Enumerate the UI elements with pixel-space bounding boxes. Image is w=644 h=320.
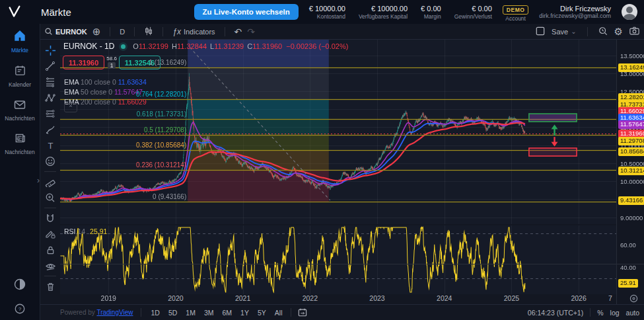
account-stats: € 10000.00Kontostand€ 10000.00Verfügbare…: [309, 5, 492, 20]
drawing-mode-lock-icon[interactable]: [42, 226, 58, 242]
quick-search-icon[interactable]: [598, 26, 608, 37]
compare-add-icon[interactable]: ⊕: [92, 26, 101, 36]
magnet-tool-icon[interactable]: [42, 210, 58, 226]
brush-tool-icon[interactable]: [42, 122, 58, 138]
range-button-3m[interactable]: 3M: [204, 309, 214, 317]
auto-scale-button[interactable]: auto: [626, 309, 639, 317]
symbol-legend: EURNOK - 1DO11.32199H11.32844L11.31239C1…: [63, 42, 348, 51]
goto-date-icon[interactable]: [298, 308, 307, 317]
sidebar-item-nachrichten-2[interactable]: Nachrichten: [0, 93, 40, 127]
stat-value: € 10000.00: [309, 5, 345, 13]
tradingview-link[interactable]: TradingView: [96, 309, 133, 316]
range-button-6m[interactable]: 6M: [223, 309, 233, 317]
legend-symbol-title[interactable]: EURNOK - 1D: [63, 42, 114, 51]
time-axis-year: 2020: [168, 294, 183, 302]
range-button-1y[interactable]: 1Y: [240, 309, 249, 317]
stat-label: Gewinn/Verlust: [454, 13, 492, 20]
rsi-pane-canvas[interactable]: [60, 225, 616, 294]
fib-level-label: 1 (13.16249): [149, 59, 187, 66]
trade-buttons: 11.31960 58.6 1 11.32546: [63, 56, 161, 69]
price-tick: 13.50000: [620, 52, 644, 60]
top-bar: Märkte Zu Live-Konto wechseln € 10000.00…: [0, 0, 644, 24]
chart-type-icon[interactable]: [144, 26, 153, 37]
price-axis[interactable]: 13.5000013.0000012.5000012.0000011.50000…: [616, 40, 644, 304]
layout-select-icon[interactable]: [536, 26, 545, 37]
price-tick: 9.00000: [620, 214, 643, 221]
text-tool-icon[interactable]: T: [42, 138, 58, 153]
chevron-down-icon: ⌄: [571, 28, 576, 35]
stat-label: Verfügbares Kapital: [359, 13, 408, 20]
page-title: Märkte: [41, 7, 71, 18]
theme-toggle-icon[interactable]: [13, 278, 26, 294]
svg-text:?: ?: [18, 306, 22, 312]
broker-logo-icon[interactable]: [0, 5, 29, 19]
sidebar-item-nachrichten-3[interactable]: Nachrichten: [0, 127, 40, 161]
sidebar-item-label: Märkte: [11, 47, 28, 54]
sidebar-item-label: Nachrichten: [5, 115, 34, 122]
range-button-all[interactable]: All: [275, 309, 283, 317]
user-info: Dirk Friczewsky dirk.friczewsky@gmail.co…: [539, 5, 611, 19]
ema-legend-row-50: EMA 50 close 0 11.57647: [64, 88, 143, 96]
chart-toolbar: EURNOK ⊕ D ƒx Indicators ↶ ↷: [40, 24, 644, 40]
symbol-search[interactable]: EURNOK: [44, 27, 87, 36]
time-axis-extra-label: 7: [608, 294, 612, 302]
legend-collapse-button[interactable]: ⌃: [64, 103, 77, 112]
fib-level-label: 0.5 (11.29708): [144, 126, 186, 134]
range-buttons: 1D5D1M3M6M1Y5YAll: [151, 309, 282, 317]
chart-body: T EURNOK - 1DO11.32199H: [40, 40, 644, 304]
redo-icon[interactable]: ↷: [247, 27, 255, 36]
time-axis[interactable]: 20192020202120222023202420252026 7: [60, 294, 644, 304]
crosshair-tool-icon[interactable]: [42, 42, 58, 58]
switch-to-live-account-button[interactable]: Zu Live-Konto wechseln: [194, 4, 299, 20]
fx-icon: ƒx: [172, 27, 181, 36]
pane-divider[interactable]: [60, 264, 644, 264]
settings-gear-icon[interactable]: ⚙: [614, 26, 623, 36]
percent-scale-button[interactable]: %: [597, 309, 603, 317]
emoji-tool-icon[interactable]: [42, 153, 58, 169]
range-button-5d[interactable]: 5D: [168, 309, 177, 317]
fib-retracement-tool-icon[interactable]: [42, 74, 58, 90]
save-button[interactable]: Save ⌄: [552, 28, 576, 36]
account-stat: € 0.00Gewinn/Verlust: [454, 5, 492, 20]
lock-all-icon[interactable]: [42, 242, 58, 258]
indicators-button[interactable]: ƒx Indicators: [172, 27, 215, 36]
stat-value: € 10000.00: [359, 5, 408, 13]
sidebar-item-kalender-1[interactable]: Kalender: [0, 59, 40, 93]
price-tick: 10.00000: [620, 178, 644, 185]
hide-drawings-icon[interactable]: [42, 258, 58, 274]
interval-button[interactable]: D: [120, 28, 125, 36]
user-avatar[interactable]: [622, 4, 637, 20]
range-button-1m[interactable]: 1M: [186, 309, 196, 317]
drawing-toolbar: T: [40, 40, 60, 304]
range-button-5y[interactable]: 5Y: [258, 309, 266, 317]
stat-label: Kontostand: [309, 13, 345, 20]
log-scale-button[interactable]: log: [610, 309, 620, 317]
position-tool-icon[interactable]: [42, 106, 58, 122]
rsi-tick: 60.00: [620, 241, 636, 249]
measure-tool-icon[interactable]: [42, 174, 58, 190]
calendar-icon: [14, 64, 26, 79]
range-button-1d[interactable]: 1D: [151, 309, 159, 317]
fib-level-label: 0.618 (11.73731): [137, 110, 186, 118]
sell-button[interactable]: 11.31960: [63, 56, 104, 69]
clock-display[interactable]: 06:14:23 (UTC+1): [528, 309, 583, 317]
rsi-tick: 40.00: [620, 264, 636, 271]
snapshot-camera-icon[interactable]: [629, 26, 639, 36]
time-axis-year: 2022: [303, 294, 318, 302]
help-icon[interactable]: ?: [14, 303, 26, 317]
sidebar-item-märkte-0[interactable]: Märkte: [0, 24, 40, 59]
home-icon: [13, 29, 26, 45]
account-stat: € 0.00Margin: [421, 5, 441, 20]
trend-line-tool-icon[interactable]: [42, 58, 58, 74]
fib-level-label: 0.382 (10.85684): [136, 141, 186, 149]
plot-area: EURNOK - 1DO11.32199H11.32844L11.31239C1…: [60, 40, 644, 304]
time-axis-year: 2019: [101, 294, 116, 302]
zoom-in-tool-icon[interactable]: [42, 190, 58, 206]
time-axis-year: 2025: [504, 294, 519, 302]
chart-bottom-bar: Powered by TradingView 1D5D1M3M6M1Y5YAll…: [40, 304, 644, 320]
time-axis-year: 2021: [235, 294, 250, 302]
mail-icon: [13, 99, 26, 113]
remove-drawings-trash-icon[interactable]: [42, 278, 58, 294]
undo-icon[interactable]: ↶: [234, 27, 242, 36]
pattern-tool-icon[interactable]: [42, 90, 58, 106]
